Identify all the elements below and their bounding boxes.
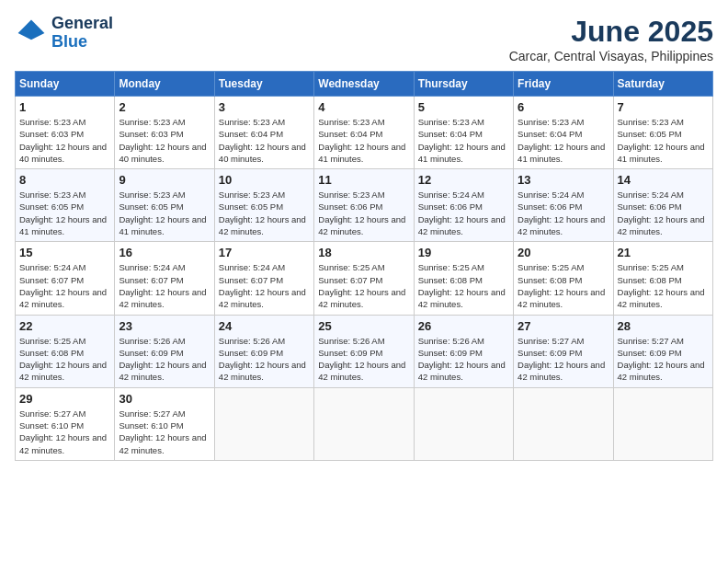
calendar-cell: 10 Sunrise: 5:23 AMSunset: 6:05 PMDaylig…: [214, 169, 313, 242]
day-detail: Sunrise: 5:27 AMSunset: 6:10 PMDaylight:…: [19, 408, 107, 455]
day-detail: Sunrise: 5:26 AMSunset: 6:09 PMDaylight:…: [219, 336, 306, 383]
calendar-cell: 13 Sunrise: 5:24 AMSunset: 6:06 PMDaylig…: [514, 169, 613, 242]
calendar-week-2: 8 Sunrise: 5:23 AMSunset: 6:05 PMDayligh…: [16, 169, 713, 242]
logo-icon: [15, 17, 48, 50]
svg-marker-0: [18, 19, 45, 40]
day-number: 13: [518, 173, 609, 187]
calendar-cell: 14 Sunrise: 5:24 AMSunset: 6:06 PMDaylig…: [613, 169, 712, 242]
calendar-header-wednesday: Wednesday: [314, 72, 414, 97]
calendar-header-thursday: Thursday: [414, 72, 513, 97]
day-number: 10: [219, 173, 310, 187]
day-detail: Sunrise: 5:26 AMSunset: 6:09 PMDaylight:…: [318, 336, 405, 383]
day-detail: Sunrise: 5:27 AMSunset: 6:09 PMDaylight:…: [618, 336, 705, 383]
calendar-header-saturday: Saturday: [613, 72, 712, 97]
calendar-cell: 15 Sunrise: 5:24 AMSunset: 6:07 PMDaylig…: [16, 242, 115, 315]
day-number: 17: [219, 246, 310, 259]
day-detail: Sunrise: 5:23 AMSunset: 6:04 PMDaylight:…: [219, 117, 306, 164]
calendar-cell: 11 Sunrise: 5:23 AMSunset: 6:06 PMDaylig…: [314, 169, 414, 242]
day-detail: Sunrise: 5:24 AMSunset: 6:07 PMDaylight:…: [219, 262, 306, 309]
calendar-cell: [314, 387, 414, 460]
day-number: 8: [19, 173, 110, 187]
calendar-header-sunday: Sunday: [16, 72, 115, 97]
day-detail: Sunrise: 5:27 AMSunset: 6:10 PMDaylight:…: [119, 408, 206, 455]
calendar-cell: 29 Sunrise: 5:27 AMSunset: 6:10 PMDaylig…: [16, 387, 115, 460]
calendar-header-row: SundayMondayTuesdayWednesdayThursdayFrid…: [16, 72, 713, 97]
day-number: 9: [119, 173, 210, 187]
day-detail: Sunrise: 5:25 AMSunset: 6:08 PMDaylight:…: [518, 262, 605, 309]
day-number: 7: [618, 100, 709, 114]
calendar-cell: 20 Sunrise: 5:25 AMSunset: 6:08 PMDaylig…: [514, 242, 613, 315]
calendar-cell: 17 Sunrise: 5:24 AMSunset: 6:07 PMDaylig…: [214, 242, 313, 315]
calendar-cell: 2 Sunrise: 5:23 AMSunset: 6:03 PMDayligh…: [115, 97, 214, 169]
calendar-cell: 30 Sunrise: 5:27 AMSunset: 6:10 PMDaylig…: [115, 387, 214, 460]
day-detail: Sunrise: 5:25 AMSunset: 6:08 PMDaylight:…: [618, 262, 705, 309]
calendar-table: SundayMondayTuesdayWednesdayThursdayFrid…: [15, 71, 713, 461]
day-number: 14: [618, 173, 709, 187]
calendar-cell: 1 Sunrise: 5:23 AMSunset: 6:03 PMDayligh…: [16, 97, 115, 169]
calendar-cell: 21 Sunrise: 5:25 AMSunset: 6:08 PMDaylig…: [613, 242, 712, 315]
calendar-header-monday: Monday: [115, 72, 214, 97]
day-number: 2: [119, 100, 210, 114]
day-number: 12: [418, 173, 509, 187]
day-detail: Sunrise: 5:23 AMSunset: 6:03 PMDaylight:…: [19, 117, 107, 164]
day-detail: Sunrise: 5:25 AMSunset: 6:08 PMDaylight:…: [418, 262, 506, 309]
day-number: 29: [19, 392, 110, 406]
day-number: 11: [318, 173, 409, 187]
calendar-cell: 23 Sunrise: 5:26 AMSunset: 6:09 PMDaylig…: [115, 315, 214, 387]
day-number: 26: [418, 319, 509, 333]
day-number: 27: [518, 319, 609, 333]
day-detail: Sunrise: 5:24 AMSunset: 6:06 PMDaylight:…: [518, 190, 605, 236]
day-detail: Sunrise: 5:26 AMSunset: 6:09 PMDaylight:…: [119, 336, 206, 383]
calendar-cell: 26 Sunrise: 5:26 AMSunset: 6:09 PMDaylig…: [414, 315, 513, 387]
calendar-week-1: 1 Sunrise: 5:23 AMSunset: 6:03 PMDayligh…: [16, 97, 713, 169]
day-detail: Sunrise: 5:25 AMSunset: 6:07 PMDaylight:…: [318, 262, 405, 309]
day-detail: Sunrise: 5:23 AMSunset: 6:04 PMDaylight:…: [318, 117, 405, 164]
calendar-cell: 4 Sunrise: 5:23 AMSunset: 6:04 PMDayligh…: [314, 97, 414, 169]
day-number: 22: [19, 319, 110, 333]
day-number: 19: [418, 246, 509, 259]
main-title: June 2025: [509, 15, 713, 49]
calendar-cell: [514, 387, 613, 460]
calendar-cell: 3 Sunrise: 5:23 AMSunset: 6:04 PMDayligh…: [214, 97, 313, 169]
calendar-cell: 22 Sunrise: 5:25 AMSunset: 6:08 PMDaylig…: [16, 315, 115, 387]
day-number: 6: [518, 100, 609, 114]
day-number: 28: [618, 319, 709, 333]
day-number: 5: [418, 100, 509, 114]
calendar-cell: [214, 387, 313, 460]
calendar-header-tuesday: Tuesday: [214, 72, 313, 97]
day-detail: Sunrise: 5:23 AMSunset: 6:05 PMDaylight:…: [119, 190, 206, 236]
day-number: 24: [219, 319, 310, 333]
calendar-cell: 7 Sunrise: 5:23 AMSunset: 6:05 PMDayligh…: [613, 97, 712, 169]
calendar-cell: 18 Sunrise: 5:25 AMSunset: 6:07 PMDaylig…: [314, 242, 414, 315]
day-detail: Sunrise: 5:23 AMSunset: 6:05 PMDaylight:…: [618, 117, 705, 164]
subtitle: Carcar, Central Visayas, Philippines: [509, 49, 713, 63]
calendar-cell: [414, 387, 513, 460]
day-number: 18: [318, 246, 409, 259]
calendar-header-friday: Friday: [514, 72, 613, 97]
day-number: 1: [19, 100, 110, 114]
day-detail: Sunrise: 5:27 AMSunset: 6:09 PMDaylight:…: [518, 336, 605, 383]
day-number: 15: [19, 246, 110, 259]
day-number: 4: [318, 100, 409, 114]
calendar-cell: 25 Sunrise: 5:26 AMSunset: 6:09 PMDaylig…: [314, 315, 414, 387]
day-detail: Sunrise: 5:23 AMSunset: 6:05 PMDaylight:…: [219, 190, 306, 236]
calendar-cell: 27 Sunrise: 5:27 AMSunset: 6:09 PMDaylig…: [514, 315, 613, 387]
calendar-cell: 19 Sunrise: 5:25 AMSunset: 6:08 PMDaylig…: [414, 242, 513, 315]
day-detail: Sunrise: 5:24 AMSunset: 6:06 PMDaylight:…: [618, 190, 705, 236]
day-detail: Sunrise: 5:23 AMSunset: 6:05 PMDaylight:…: [19, 190, 107, 236]
day-number: 16: [119, 246, 210, 259]
calendar-body: 1 Sunrise: 5:23 AMSunset: 6:03 PMDayligh…: [16, 97, 713, 461]
day-detail: Sunrise: 5:25 AMSunset: 6:08 PMDaylight:…: [19, 336, 107, 383]
day-detail: Sunrise: 5:23 AMSunset: 6:03 PMDaylight:…: [119, 117, 206, 164]
calendar-cell: 24 Sunrise: 5:26 AMSunset: 6:09 PMDaylig…: [214, 315, 313, 387]
day-detail: Sunrise: 5:23 AMSunset: 6:06 PMDaylight:…: [318, 190, 405, 236]
day-number: 3: [219, 100, 310, 114]
day-detail: Sunrise: 5:24 AMSunset: 6:07 PMDaylight:…: [119, 262, 206, 309]
calendar-cell: 16 Sunrise: 5:24 AMSunset: 6:07 PMDaylig…: [115, 242, 214, 315]
calendar-week-3: 15 Sunrise: 5:24 AMSunset: 6:07 PMDaylig…: [16, 242, 713, 315]
calendar-cell: 6 Sunrise: 5:23 AMSunset: 6:04 PMDayligh…: [514, 97, 613, 169]
title-area: June 2025 Carcar, Central Visayas, Phili…: [509, 15, 713, 63]
calendar-cell: 8 Sunrise: 5:23 AMSunset: 6:05 PMDayligh…: [16, 169, 115, 242]
calendar-cell: 5 Sunrise: 5:23 AMSunset: 6:04 PMDayligh…: [414, 97, 513, 169]
day-number: 20: [518, 246, 609, 259]
